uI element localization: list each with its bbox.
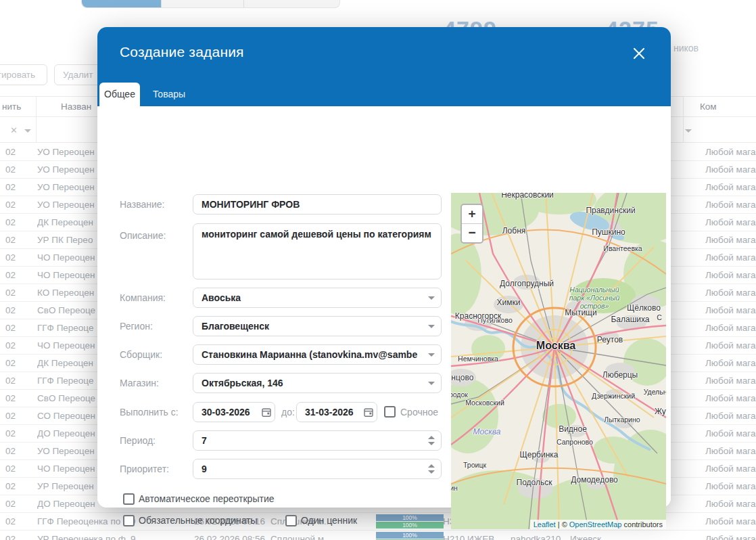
cell-id: 02	[5, 495, 28, 512]
calendar-icon[interactable]	[261, 407, 272, 418]
auto-reopen-checkbox[interactable]	[123, 493, 135, 505]
progress-bars: 100%100%	[376, 514, 444, 529]
modal-title: Создание задания	[120, 44, 244, 60]
cell-id: 02	[5, 407, 28, 424]
column-divider	[683, 97, 684, 143]
single-pricetag-checkbox[interactable]	[285, 515, 297, 526]
zoom-out-button[interactable]: −	[462, 224, 482, 242]
cell-right: Любой мага	[705, 214, 756, 231]
spinner-down-icon[interactable]	[428, 470, 435, 474]
cell-right: Любой мага	[705, 478, 756, 495]
cell-right: Любой мага	[705, 319, 756, 336]
cell-right: Любой мага	[705, 143, 756, 160]
cell-right: Любой мага	[705, 513, 756, 530]
progress-bar-green: 100%	[376, 522, 444, 528]
zoom-in-button[interactable]: +	[462, 205, 482, 224]
store-select-value: Октябрьская, 146	[202, 374, 423, 392]
cell-priority: 9	[131, 531, 158, 540]
map-label: Химки	[497, 298, 521, 307]
openstreetmap-link[interactable]: OpenStreetMap	[569, 520, 622, 528]
map-label: Мытищи	[565, 308, 596, 317]
map-label: Национальный парк «Лосиный остров»	[569, 286, 620, 310]
collector-label: Сборщик:	[120, 344, 162, 365]
filter-clear-icon[interactable]: ✕	[10, 124, 18, 137]
cell-type: Сплошной м...	[270, 531, 345, 540]
cell-city: Ижевск	[570, 531, 634, 540]
cell-right: Любой мага	[705, 196, 756, 213]
cell-right: Любой мага	[705, 231, 756, 248]
leaflet-link[interactable]: Leaflet	[534, 520, 556, 528]
spinner-up-icon[interactable]	[428, 436, 435, 439]
cell-date: 26.02.2026 08:56	[194, 531, 275, 540]
map-label: Ивантеевка	[603, 244, 642, 252]
company-select[interactable]: Авоська	[193, 288, 442, 308]
cell-id: 02	[5, 302, 28, 319]
map-label: Щёлково	[627, 303, 661, 313]
period-label: Период:	[120, 430, 156, 451]
map-label: Дзержинский	[592, 392, 635, 400]
chevron-down-icon	[428, 296, 435, 300]
cell-id: 02	[5, 443, 28, 459]
company-label: Компания:	[120, 288, 166, 308]
tab-general[interactable]: Общее	[99, 83, 140, 106]
stat-caption: ников	[674, 43, 699, 53]
required-coords-checkbox[interactable]	[123, 515, 135, 526]
close-button[interactable]	[630, 45, 648, 62]
urgent-checkbox[interactable]	[384, 406, 396, 418]
collector-select-value: Становкина Марианна (stanovkina.mv@sambe	[202, 345, 423, 364]
map-panel[interactable]: НекрасовскийПравдинскийЛобняПушкиноИвант…	[451, 193, 666, 529]
description-textarea[interactable]: мониторинг самой дешевой цены по категор…	[193, 223, 442, 279]
cell-right: Любой мага	[705, 161, 756, 178]
map-label: Лыткарино	[604, 415, 640, 424]
cell-right: Любой мага	[705, 407, 756, 424]
map-label: Москва	[536, 340, 575, 352]
store-select[interactable]: Октябрьская, 146	[193, 373, 442, 393]
priority-label: Приоритет:	[120, 459, 169, 479]
name-input[interactable]	[193, 194, 442, 215]
cell-right: Любой мага	[705, 355, 756, 372]
edit-button[interactable]: тировать	[0, 64, 47, 85]
map-label: Пушкино	[592, 227, 625, 237]
period-input[interactable]	[193, 430, 442, 451]
column-divider	[36, 97, 37, 143]
map-label: Москва	[473, 427, 500, 436]
cell-id: 02	[5, 531, 28, 540]
cell-right: Любой мага	[705, 460, 756, 477]
map-label: Жук	[655, 407, 666, 416]
map-label: Правдинский	[586, 206, 635, 215]
tab-products[interactable]: Товары	[140, 83, 198, 106]
progress-bar-blue: 100%	[376, 532, 444, 539]
segment-divider	[243, 0, 244, 7]
collector-select[interactable]: Становкина Марианна (stanovkina.mv@sambe	[193, 344, 442, 365]
map-label: Домодедово	[571, 475, 618, 485]
priority-input[interactable]	[193, 459, 442, 479]
column-header-comment[interactable]: Ком	[700, 97, 717, 116]
cell-id: 02	[5, 478, 28, 495]
cell-store: Н210 ИЖЕВ...	[443, 531, 505, 540]
cell-right: Любой мага	[705, 179, 756, 196]
cell-name: УР Переоценка по ф...	[37, 531, 131, 540]
create-task-modal: Создание задания Общее Товары Название: …	[97, 27, 671, 508]
segment-active[interactable]	[82, 0, 161, 7]
spinner-down-icon[interactable]	[428, 442, 435, 445]
column-header-name[interactable]: Назван	[61, 97, 91, 116]
auto-reopen-label: Автоматическое переоткрытие	[139, 493, 275, 505]
period-stepper	[193, 430, 442, 451]
spinner-up-icon[interactable]	[428, 464, 435, 468]
cell-id: 02	[5, 355, 28, 372]
filter-caret-icon[interactable]	[685, 129, 692, 133]
map-label: С	[657, 313, 662, 321]
description-label: Описание:	[120, 225, 166, 246]
priority-stepper	[193, 459, 442, 479]
map-label: Щербинка	[520, 450, 559, 459]
column-header-execute[interactable]: нить	[2, 97, 21, 116]
filter-caret-icon[interactable]	[24, 129, 31, 133]
chevron-down-icon	[428, 353, 435, 357]
name-label: Название:	[120, 194, 164, 215]
required-coords-label: Обязательные координаты	[139, 515, 258, 526]
calendar-icon[interactable]	[363, 407, 374, 418]
map-label: Сапроново	[557, 438, 593, 446]
region-select[interactable]: Благовещенск	[193, 316, 442, 336]
table-row[interactable]: 02УР Переоценка по ф...926.02.2026 08:56…	[0, 531, 756, 540]
segmented-control[interactable]	[81, 0, 340, 8]
